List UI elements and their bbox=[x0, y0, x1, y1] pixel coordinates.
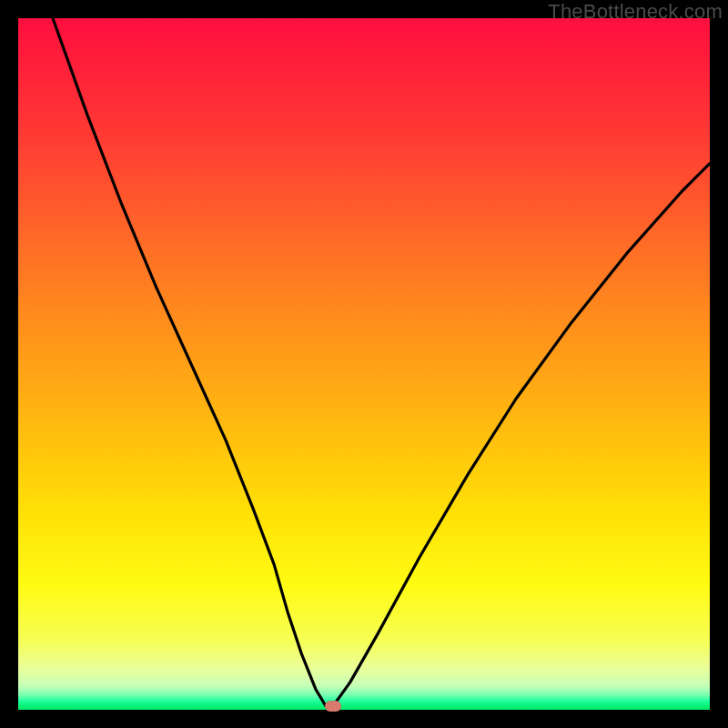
chart-frame: TheBottleneck.com bbox=[0, 0, 728, 728]
curve-svg bbox=[18, 18, 710, 710]
bottleneck-curve-path bbox=[53, 18, 710, 706]
plot-area bbox=[18, 18, 710, 710]
bottleneck-marker bbox=[325, 701, 341, 712]
